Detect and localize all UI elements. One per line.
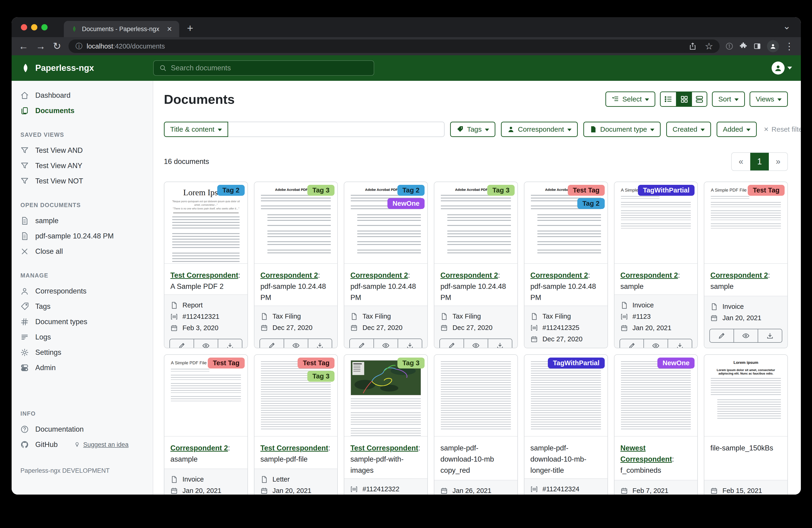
document-thumbnail[interactable]: Lorem Ipsum"Neque porro quisquam est qui… bbox=[164, 182, 247, 264]
document-thumbnail[interactable]: Adobe Acrobat PDF Files Tag 3 bbox=[255, 182, 337, 264]
sidebar-item-settings[interactable]: Settings bbox=[12, 345, 153, 360]
reset-filters-button[interactable]: ✕Reset filters bbox=[764, 125, 801, 133]
back-icon[interactable]: ← bbox=[18, 41, 28, 51]
tag-badge[interactable]: NewOne bbox=[657, 358, 695, 369]
app-brand[interactable]: Paperless-ngx bbox=[20, 63, 153, 73]
document-title[interactable]: Correspondent 2: sample bbox=[704, 264, 787, 296]
document-thumbnail[interactable]: A Simple PDF File TagWithPartial bbox=[614, 182, 698, 264]
sidebar-item-pdf-sample-10-24-48-pm[interactable]: pdf-sample 10.24.48 PM bbox=[12, 228, 153, 244]
tab-search-chevron-icon[interactable]: ⌄ bbox=[783, 22, 791, 31]
browser-tab[interactable]: Documents - Paperless-ngx ✕ bbox=[64, 21, 179, 37]
correspondent-link[interactable]: Correspondent 2 bbox=[440, 271, 498, 279]
minimize-window-button[interactable] bbox=[31, 24, 38, 30]
extensions-puzzle-icon[interactable] bbox=[739, 42, 748, 51]
tag-badge[interactable]: Test Tag bbox=[208, 358, 245, 369]
sort-button[interactable]: Sort bbox=[712, 91, 745, 107]
document-thumbnail[interactable]: Tag 3 bbox=[344, 355, 427, 437]
sidebar-item-admin[interactable]: Admin bbox=[12, 360, 153, 375]
tag-badge[interactable]: Test Tag bbox=[298, 358, 334, 369]
sidebar-item-document-types[interactable]: Document types bbox=[12, 314, 153, 329]
document-title[interactable]: Correspondent 2: pdf-sample 10.24.48 PM bbox=[255, 264, 337, 305]
browser-profile-avatar[interactable] bbox=[767, 40, 779, 52]
views-button[interactable]: Views bbox=[750, 91, 788, 107]
correspondent-link[interactable]: Correspondent 2 bbox=[170, 444, 228, 452]
download-button[interactable] bbox=[488, 339, 512, 348]
tag-badge[interactable]: Tag 2 bbox=[217, 185, 245, 196]
page-prev-button[interactable]: « bbox=[732, 153, 750, 170]
tag-badge[interactable]: Test Tag bbox=[568, 185, 605, 196]
edit-button[interactable] bbox=[439, 339, 464, 348]
correspondent-link[interactable]: Correspondent 2 bbox=[260, 271, 318, 279]
edit-button[interactable] bbox=[709, 329, 734, 343]
document-title[interactable]: Correspondent 2: pdf-sample 10.24.48 PM bbox=[344, 264, 427, 305]
document-thumbnail[interactable]: Adobe Acrobat PDF Files Test TagTag 2 bbox=[524, 182, 608, 264]
download-button[interactable] bbox=[398, 339, 422, 348]
edit-button[interactable] bbox=[620, 339, 644, 348]
select-button[interactable]: Select bbox=[605, 91, 655, 107]
tag-badge[interactable]: TagWithPartial bbox=[638, 185, 695, 196]
download-button[interactable] bbox=[218, 339, 242, 348]
tag-badge[interactable]: Tag 2 bbox=[577, 198, 605, 209]
correspondent-link[interactable]: Test Correspondent bbox=[350, 444, 418, 452]
tag-badge[interactable]: Tag 2 bbox=[397, 185, 425, 196]
bookmark-star-icon[interactable]: ☆ bbox=[705, 41, 713, 52]
sidebar-item-close-all[interactable]: Close all bbox=[12, 244, 153, 259]
window-controls[interactable] bbox=[21, 17, 47, 37]
sidebar-item-documents[interactable]: Documents bbox=[12, 103, 153, 118]
view-grid-button[interactable] bbox=[676, 92, 691, 106]
document-thumbnail[interactable]: Adobe Acrobat PDF Files Tag 2NewOne bbox=[344, 182, 427, 264]
document-title[interactable]: Test Correspondent: sample-pdf-file bbox=[255, 437, 337, 469]
reload-icon[interactable]: ↻ bbox=[53, 41, 61, 51]
correspondent-link[interactable]: Correspondent 2 bbox=[531, 271, 588, 279]
download-button[interactable] bbox=[308, 339, 332, 348]
tag-badge[interactable]: Tag 3 bbox=[307, 371, 335, 382]
preview-button[interactable] bbox=[194, 339, 218, 348]
document-title[interactable]: sample-pdf-download-10-mb copy_red bbox=[434, 437, 518, 480]
correspondent-link[interactable]: Correspondent 2 bbox=[710, 271, 768, 279]
sidebar-item-sample[interactable]: sample bbox=[12, 213, 153, 228]
sidebar-item-logs[interactable]: Logs bbox=[12, 329, 153, 345]
correspondent-link[interactable]: Test Correspondent bbox=[170, 271, 238, 279]
preview-button[interactable] bbox=[464, 339, 488, 348]
tag-badge[interactable]: Tag 3 bbox=[397, 358, 425, 369]
preview-button[interactable] bbox=[374, 339, 398, 348]
document-title[interactable]: Newest Correspondent: f_combineds bbox=[614, 437, 698, 480]
download-button[interactable] bbox=[758, 329, 782, 343]
document-title[interactable]: Correspondent 2: pdf-sample 10.24.48 PM bbox=[524, 264, 608, 305]
new-tab-button[interactable]: + bbox=[187, 22, 193, 34]
tag-badge[interactable]: Test Tag bbox=[748, 185, 785, 196]
view-cards-button[interactable] bbox=[691, 92, 707, 106]
suggest-idea-link[interactable]: Suggest an idea bbox=[74, 441, 128, 448]
sidebar-item-correspondents[interactable]: Correspondents bbox=[12, 284, 153, 299]
document-title[interactable]: Correspondent 2: asample bbox=[164, 437, 247, 469]
preview-button[interactable] bbox=[734, 329, 758, 343]
created-filter-button[interactable]: Created bbox=[666, 122, 711, 137]
page-number-button[interactable]: 1 bbox=[750, 153, 769, 170]
document-thumbnail[interactable]: TagWithPartial bbox=[524, 355, 608, 437]
close-window-button[interactable] bbox=[21, 24, 27, 30]
preview-button[interactable] bbox=[284, 339, 308, 348]
document-title[interactable]: file-sample_150kBs bbox=[704, 437, 787, 480]
filter-text-input[interactable] bbox=[228, 122, 445, 137]
search-input[interactable] bbox=[171, 64, 368, 72]
sidebar-item-documentation[interactable]: Documentation bbox=[12, 422, 153, 437]
extension-badge-icon[interactable] bbox=[725, 42, 734, 51]
address-bar[interactable]: ⓘ localhost:4200/documents bbox=[69, 40, 704, 53]
document-title[interactable]: Correspondent 2: pdf-sample 10.24.48 PM bbox=[434, 264, 518, 305]
edit-button[interactable] bbox=[349, 339, 374, 348]
tag-badge[interactable]: Tag 3 bbox=[487, 185, 514, 196]
tab-close-icon[interactable]: ✕ bbox=[167, 25, 172, 33]
document-title[interactable]: Test Correspondent: A Sample PDF 2 bbox=[164, 264, 247, 295]
document-thumbnail[interactable]: A Simple PDF File Test Tag bbox=[704, 182, 787, 264]
view-list-button[interactable] bbox=[661, 92, 676, 106]
edit-button[interactable] bbox=[170, 339, 194, 348]
document-title[interactable]: Correspondent 2: sample bbox=[614, 264, 698, 295]
tags-filter-button[interactable]: Tags bbox=[450, 122, 495, 137]
title-content-dropdown[interactable]: Title & content bbox=[164, 122, 228, 137]
document-thumbnail[interactable]: A Simple PDF File Test Tag bbox=[164, 355, 247, 437]
global-search[interactable] bbox=[153, 60, 374, 76]
edit-button[interactable] bbox=[260, 339, 284, 348]
sidebar-item-test-view-and[interactable]: Test View AND bbox=[12, 143, 153, 158]
document-thumbnail[interactable]: Lorem ipsumLorem ipsum dolor sit amet, c… bbox=[704, 355, 787, 437]
correspondent-link[interactable]: Newest Correspondent bbox=[621, 444, 672, 463]
